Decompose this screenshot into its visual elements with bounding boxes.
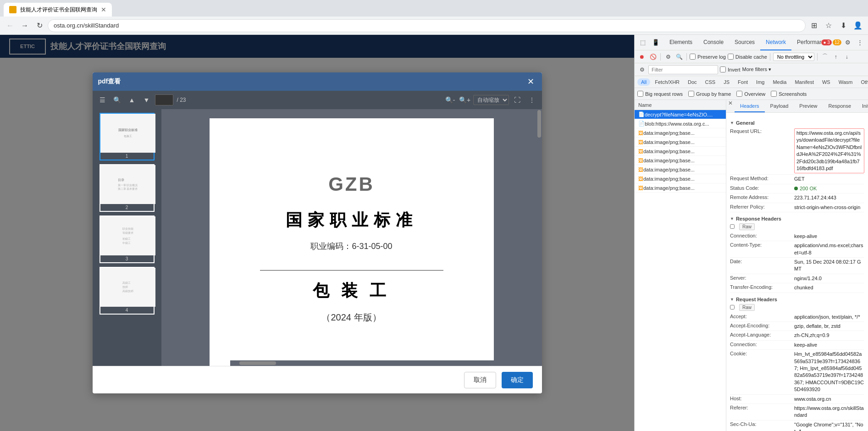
type-filter-doc[interactable]: Doc xyxy=(684,78,701,86)
request-url-highlight: https://www.osta.org.cn/api/sys/download… xyxy=(794,128,864,173)
tab-headers[interactable]: Headers xyxy=(735,100,765,112)
type-filter-media[interactable]: Media xyxy=(769,78,790,86)
pdf-thumb-3[interactable]: 职业技能 等级要求 初级工 中级工 3 xyxy=(100,216,155,263)
cookie-value: Hm_lvt_e85984af56dd04582a569a53719e397f=… xyxy=(794,351,864,393)
tab-close-button[interactable]: ✕ xyxy=(101,6,106,13)
pdf-more-button[interactable]: ⋮ xyxy=(525,94,538,106)
invert-label[interactable]: Invert xyxy=(720,66,741,72)
pdf-fullscreen-button[interactable]: ⛶ xyxy=(511,94,524,106)
screenshots-checkbox[interactable] xyxy=(771,91,777,97)
pdf-next-button[interactable]: ▼ xyxy=(140,94,153,106)
network-item-blob[interactable]: 📄 blob:https://www.osta.org.c... xyxy=(635,119,726,128)
pdf-zoom-in-button[interactable]: 🔍+ xyxy=(459,94,471,106)
response-headers-section-title[interactable]: Response Headers xyxy=(730,216,864,221)
throttling-select[interactable]: No throttling xyxy=(773,53,814,61)
type-filter-other[interactable]: Other xyxy=(857,78,868,86)
pdf-main-view[interactable]: GZB 国家职业标准 职业编码：6-31-05-00 包 装 工 （2024 年… xyxy=(161,109,542,366)
browser-tab[interactable]: 技能人才评价证书全国联网查询 ✕ xyxy=(4,3,112,17)
tab-payload[interactable]: Payload xyxy=(765,100,794,112)
cancel-button[interactable]: 取消 xyxy=(464,372,496,388)
response-headers-checkbox[interactable] xyxy=(730,224,735,229)
pdf-modal-close-button[interactable]: ✕ xyxy=(525,76,536,87)
preserve-log-checkbox[interactable] xyxy=(690,54,696,60)
filter-toggle-button[interactable]: ⚙ xyxy=(663,52,673,61)
type-filter-manifest[interactable]: Manifest xyxy=(791,78,818,86)
overview-label[interactable]: Overview xyxy=(736,91,765,97)
pdf-scroll-thumb[interactable] xyxy=(537,110,541,138)
refresh-button[interactable]: ↻ xyxy=(33,19,46,32)
bookmark-button[interactable]: ☆ xyxy=(822,19,835,32)
type-filter-fetch-xhr[interactable]: Fetch/XHR xyxy=(651,78,683,86)
group-by-frame-label[interactable]: Group by frame xyxy=(688,91,731,97)
pdf-horiz-thumb[interactable] xyxy=(239,361,276,365)
settings-button[interactable]: ⚙ xyxy=(842,37,853,48)
disable-cache-label[interactable]: Disable cache xyxy=(728,54,767,60)
pdf-search-button[interactable]: 🔍 xyxy=(111,94,124,106)
network-item-decrypt[interactable]: 📄 decrypt?fileName=4eNsZIO.... xyxy=(635,110,726,119)
type-filter-img[interactable]: Img xyxy=(752,78,768,86)
response-headers-raw-button[interactable]: Raw xyxy=(739,223,755,230)
preserve-log-label[interactable]: Preserve log xyxy=(690,54,726,60)
network-item-data3[interactable]: 🖼 data:image/png;base... xyxy=(635,147,726,156)
request-headers-section-title[interactable]: Request Headers xyxy=(730,297,864,302)
devtools-inspect-button[interactable]: ⬚ xyxy=(637,37,648,48)
invert-checkbox[interactable] xyxy=(720,66,726,72)
tab-sources[interactable]: Sources xyxy=(729,35,760,50)
tab-initiator[interactable]: Initiator xyxy=(857,100,868,112)
request-headers-checkbox[interactable] xyxy=(730,305,735,309)
screenshots-label[interactable]: Screenshots xyxy=(771,91,807,97)
network-item-data1[interactable]: 🖼 data:image/png;base... xyxy=(635,128,726,138)
pdf-thumb-1[interactable]: 国家职业标准 包装工 1 xyxy=(100,113,155,160)
tab-performance[interactable]: Performance xyxy=(791,35,821,50)
pdf-zoom-select[interactable]: 自动缩放 xyxy=(473,95,509,105)
filter-input[interactable] xyxy=(648,65,718,74)
tab-elements[interactable]: Elements xyxy=(664,35,698,50)
network-item-data5[interactable]: 🖼 data:image/png;base... xyxy=(635,165,726,174)
pdf-page-input[interactable]: 1 xyxy=(155,94,173,105)
pdf-horiz-scrollbar[interactable] xyxy=(230,360,536,366)
more-filters-button[interactable]: More filters ▾ xyxy=(742,66,771,72)
pdf-zoom-out-button[interactable]: 🔍- xyxy=(444,94,457,106)
extensions-button[interactable]: ⊞ xyxy=(807,19,820,32)
request-headers-raw-button[interactable]: Raw xyxy=(739,304,755,311)
type-filter-font[interactable]: Font xyxy=(734,78,752,86)
pdf-menu-button[interactable]: ☰ xyxy=(96,94,109,106)
type-filter-wasm[interactable]: Wasm xyxy=(835,78,857,86)
group-by-frame-checkbox[interactable] xyxy=(688,91,694,97)
download-button[interactable]: ⬇ xyxy=(837,19,850,32)
profile-button[interactable]: 👤 xyxy=(851,19,864,32)
headers-close-button[interactable]: ✕ xyxy=(726,100,735,112)
tab-response[interactable]: Response xyxy=(823,100,857,112)
devtools-device-button[interactable]: 📱 xyxy=(650,37,661,48)
type-filter-ws[interactable]: WS xyxy=(818,78,834,86)
search-toggle-button[interactable]: 🔍 xyxy=(674,52,684,61)
page-content: ETTIC 技能人才评价证书全国联网查询 pdf查看 ✕ ☰ xyxy=(0,35,634,431)
record-button[interactable]: ⏺ xyxy=(637,52,647,61)
type-filter-all[interactable]: All xyxy=(637,78,650,86)
network-item-data2[interactable]: 🖼 data:image/png;base... xyxy=(635,138,726,147)
forward-button[interactable]: → xyxy=(18,19,31,32)
tab-console[interactable]: Console xyxy=(698,35,729,50)
pdf-thumb-2[interactable]: 目录 第一章 职业概况 第二章 基本要求 2 xyxy=(100,164,155,212)
pdf-thumb-4[interactable]: 高级工 技师 高级技师 4 xyxy=(100,267,155,315)
network-item-data7[interactable]: 🖼 data:image/png;base... xyxy=(635,183,726,193)
disable-cache-checkbox[interactable] xyxy=(728,54,734,60)
big-rows-checkbox[interactable] xyxy=(637,91,643,97)
clear-button[interactable]: 🚫 xyxy=(648,52,658,61)
tab-network[interactable]: Network xyxy=(760,35,791,50)
status-code-text: 200 OK xyxy=(800,185,817,192)
big-rows-label[interactable]: Big request rows xyxy=(637,91,683,97)
network-item-data4[interactable]: 🖼 data:image/png;base... xyxy=(635,156,726,165)
type-filter-js[interactable]: JS xyxy=(720,78,733,86)
network-item-data6[interactable]: 🖼 data:image/png;base... xyxy=(635,174,726,183)
pdf-prev-button[interactable]: ▲ xyxy=(126,94,138,106)
tab-preview[interactable]: Preview xyxy=(794,100,823,112)
type-filter-css[interactable]: CSS xyxy=(702,78,719,86)
back-button[interactable]: ← xyxy=(4,19,17,32)
general-section-title[interactable]: General xyxy=(730,120,864,126)
overview-checkbox[interactable] xyxy=(736,91,742,97)
address-bar[interactable]: osta.org.cn/skillStandard xyxy=(48,19,806,32)
devtools-more-button[interactable]: ⋮ xyxy=(854,37,865,48)
confirm-button[interactable]: 确定 xyxy=(502,372,533,388)
pdf-scrollbar[interactable] xyxy=(536,109,542,366)
